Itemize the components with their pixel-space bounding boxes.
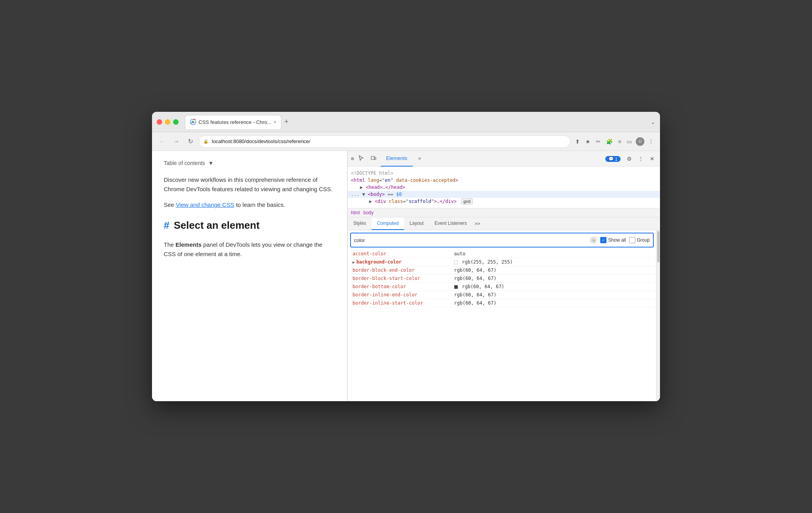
more-devtools-btn[interactable]: ⋮ [636,154,646,163]
the-label: The [164,241,174,248]
more-options-icon[interactable]: ⋮ [647,137,655,146]
cursor-icon [358,155,364,161]
more-tabs-btn[interactable]: » [413,151,426,167]
event-listeners-tab[interactable]: Event Listeners [429,217,472,230]
tree-html[interactable]: <html lang="en" data-cookies-accepted> [348,177,660,184]
prop-value-background-color: rgb(255, 255, 255) [454,259,651,265]
prop-row-background-color[interactable]: ▶background-color rgb(255, 255, 255) [348,258,656,266]
tree-doctype[interactable]: <!DOCTYPE html> [348,170,660,177]
page-content: Table of contents ▼ Discover new workflo… [152,151,347,401]
window-controls: ⌄ [651,119,655,125]
group-checkbox-group: Group [629,237,650,243]
device-toolbar-btn[interactable] [368,153,379,164]
prop-name-accent-color: accent-color [352,251,454,256]
elements-bold: Elements [175,241,202,248]
share-icon[interactable]: ⬆ [574,137,581,146]
tab-title: CSS features reference - Chro... [199,119,271,125]
scissors-icon[interactable]: ✂ [594,137,602,146]
toc-arrow[interactable]: ▼ [208,159,214,167]
address-bar: ← → ↻ 🔒 localhost:8080/docs/devtools/css… [152,132,660,151]
view-change-css-link[interactable]: View and change CSS [176,201,234,208]
tree-body[interactable]: ... ▼ <body> == $0 [348,191,660,198]
prop-value-border-block-end-color: rgb(60, 64, 67) [454,267,651,273]
prop-row-border-inline-start-color[interactable]: border-inline-start-color rgb(60, 64, 67… [348,299,656,307]
border-bottom-color-swatch[interactable] [454,285,458,289]
prop-value-border-bottom-color: rgb(60, 64, 67) [454,284,651,289]
show-all-checkbox-group: ✓ Show all [600,237,626,243]
show-all-checkbox[interactable]: ✓ [600,237,606,243]
device-icon [370,155,377,161]
styles-tab[interactable]: Styles [348,217,372,230]
grid-badge: grid [461,198,473,204]
prop-row-border-inline-end-color[interactable]: border-inline-end-color rgb(60, 64, 67) [348,291,656,299]
profile-icon[interactable]: U [636,137,644,146]
new-tab-button[interactable]: + [281,116,292,127]
layout-tab[interactable]: Layout [404,217,429,230]
address-bar-icons: ⬆ ★ ✂ 🧩 ≡ ▭ U ⋮ [574,137,655,146]
svg-rect-3 [374,157,376,160]
active-tab[interactable]: CSS features reference - Chro... × [185,115,281,129]
close-devtools-btn[interactable]: ✕ [647,154,657,163]
group-label: Group [637,237,650,243]
tree-div-scaffold[interactable]: ▶ <div class="scaffold">…</div> grid [348,198,660,205]
chrome-icon [190,119,196,125]
back-button[interactable]: ← [157,136,168,147]
prop-value-accent-color: auto [454,251,651,256]
see-paragraph: See View and change CSS to learn the bas… [164,200,335,210]
devtools-tabs: Elements » [381,151,601,167]
computed-tab[interactable]: Computed [372,217,404,230]
extension-icon[interactable]: ≡ [617,137,623,146]
html-tree: <!DOCTYPE html> <html lang="en" data-coo… [348,167,660,208]
prop-value-border-inline-start-color: rgb(60, 64, 67) [454,300,651,306]
chat-badge-btn[interactable]: 💬 1 [603,154,623,163]
forward-button[interactable]: → [171,136,182,147]
address-input[interactable]: 🔒 localhost:8080/docs/devtools/css/refer… [199,135,571,148]
puzzle-icon[interactable]: 🧩 [605,137,614,146]
prop-value-border-block-start-color: rgb(60, 64, 67) [454,276,651,281]
svg-rect-2 [371,156,374,160]
prop-row-border-block-start-color[interactable]: border-block-start-color rgb(60, 64, 67) [348,274,656,283]
cursor-icon-btn[interactable] [356,153,367,164]
title-bar: CSS features reference - Chro... × + ⌄ [152,112,660,132]
badge-count: 1 [615,157,617,161]
heading-text: Select an element [174,219,260,231]
prop-name-border-block-start-color: border-block-start-color [352,276,454,281]
bookmark-icon[interactable]: ★ [584,137,592,146]
tree-head[interactable]: ▶ <head>…</head> [348,184,660,191]
prop-name-border-inline-start-color: border-inline-start-color [352,300,454,306]
prop-name-border-inline-end-color: border-inline-end-color [352,292,454,298]
breadcrumb-body[interactable]: body [363,210,374,215]
background-color-swatch[interactable] [454,260,458,264]
minimize-button[interactable] [165,119,170,125]
sidebar-icon[interactable]: ▭ [625,137,633,146]
expand-background-color[interactable]: ▶ [352,260,355,264]
lock-icon: 🔒 [203,139,209,144]
scrollbar-thumb[interactable] [657,231,660,262]
reload-button[interactable]: ↻ [185,136,196,147]
clear-search-button[interactable]: × [590,237,597,244]
devtools-scrollbar[interactable] [656,230,660,401]
prop-row-accent-color[interactable]: accent-color auto [348,250,656,258]
see-label: See [164,201,174,208]
computed-panel-outer: × ✓ Show all Group [348,230,660,401]
breadcrumb-html[interactable]: html [351,210,360,215]
toc-label: Table of contents [164,159,205,167]
tab-close-button[interactable]: × [274,120,276,124]
filter-input[interactable] [354,237,587,243]
browser-window: CSS features reference - Chro... × + ⌄ ←… [152,112,660,401]
settings-icon-btn[interactable]: ⚙ [624,154,634,163]
group-checkbox[interactable] [629,237,635,243]
more-panel-tabs[interactable]: >> [472,218,483,230]
prop-row-border-block-end-color[interactable]: border-block-end-color rgb(60, 64, 67) [348,266,656,274]
tab-bar: CSS features reference - Chro... × + [185,115,647,129]
close-button[interactable] [157,119,162,125]
elements-tab[interactable]: Elements [381,151,413,167]
traffic-lights [157,119,179,125]
maximize-button[interactable] [173,119,179,125]
toc-bar: Table of contents ▼ [164,159,335,167]
select-element-heading: # Select an element [164,217,335,234]
breadcrumb-bar: html body [348,208,660,217]
prop-row-border-bottom-color[interactable]: border-bottom-color rgb(60, 64, 67) [348,283,656,291]
prop-name-border-bottom-color: border-bottom-color [352,284,454,289]
devtools-panel: Elements » 💬 1 ⚙ ⋮ ✕ [347,151,660,401]
